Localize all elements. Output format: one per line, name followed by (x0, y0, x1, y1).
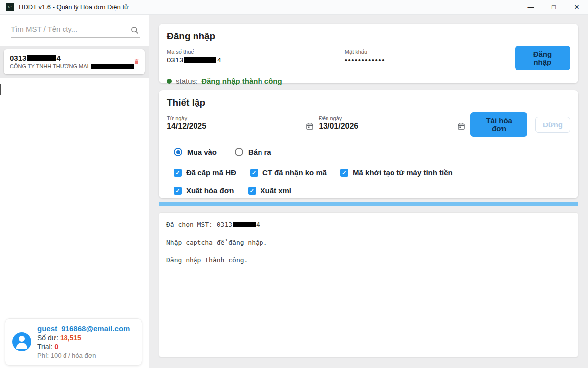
tax-code-field[interactable]: Mã số thuế 03134 (167, 49, 340, 67)
login-button[interactable]: Đăng nhập (515, 46, 570, 70)
checkbox-xuat-xml[interactable]: ✓ Xuất xml (248, 186, 292, 195)
from-date-field[interactable]: Từ ngày 14/12/2025 (167, 115, 313, 134)
invoice-direction-radios: Mua vào Bán ra (174, 148, 570, 156)
to-date-value: 13/01/2026 (319, 122, 358, 131)
log-line1-suffix: 4 (256, 221, 260, 228)
radio-selected-icon (174, 148, 182, 156)
log-line: Đăng nhập thành công. (166, 256, 571, 264)
balance-label: Số dư: (37, 334, 58, 342)
calendar-icon[interactable] (458, 123, 465, 130)
checkbox-checked-icon: ✓ (248, 187, 256, 195)
password-dots: •••••••••••• (345, 56, 515, 67)
status-label: status: (176, 77, 197, 85)
sidebar-scrollbar[interactable] (0, 84, 1, 95)
company-name-prefix: CÔNG TY TNHH THƯƠNG MẠI (10, 63, 89, 69)
from-date-value: 14/12/2025 (167, 122, 206, 131)
app-icon: >: (6, 3, 14, 11)
invoice-type-checkboxes: ✓ Đã cấp mã HĐ ✓ CT đã nhận ko mã ✓ Mã k… (174, 168, 570, 177)
account-trial-row: Trial: 0 (37, 343, 130, 351)
checkbox-xuat-hoa-don[interactable]: ✓ Xuất hóa đơn (174, 186, 234, 195)
checkbox-checked-icon: ✓ (174, 187, 182, 195)
minimize-button[interactable]: — (520, 0, 542, 15)
login-status-row: status: Đăng nhập thành công (167, 77, 570, 85)
app-window: >: HDDT v1.6 - Quản lý Hóa đơn Điện tử —… (0, 0, 588, 368)
progress-bar (159, 202, 578, 206)
window-title: HDDT v1.6 - Quản lý Hóa đơn Điện tử (19, 3, 129, 11)
checkbox-checked-icon: ✓ (340, 169, 348, 177)
titlebar: >: HDDT v1.6 - Quản lý Hóa đơn Điện tử —… (0, 0, 588, 15)
account-card: guest_916868@email.com Số dư: 18,515 Tri… (5, 318, 142, 366)
log-line: Nhập captcha để đăng nhập. (166, 239, 571, 246)
company-mst-prefix: 0313 (10, 54, 26, 62)
close-button[interactable]: × (565, 0, 588, 15)
checkbox-checked-icon: ✓ (174, 169, 182, 177)
status-value: Đăng nhập thành công (201, 77, 282, 85)
settings-title: Thiết lập (167, 97, 570, 108)
trial-label: Trial: (37, 343, 53, 351)
main-area: Đăng nhập Mã số thuế 03134 Mật khẩu ••••… (159, 15, 578, 357)
account-fee-row: Phí: 100 đ / hóa đơn (37, 352, 130, 359)
log-line1-prefix: Đã chọn MST: 0313 (166, 221, 232, 228)
balance-value: 18,515 (60, 334, 81, 342)
search-input[interactable] (11, 25, 130, 33)
export-checkboxes: ✓ Xuất hóa đơn ✓ Xuất xml (174, 186, 570, 195)
company-mst-suffix: 4 (56, 54, 60, 62)
sidebar: 03134 CÔNG TY TNHH THƯƠNG MẠI (0, 15, 149, 368)
checkbox-da-cap-ma-hd[interactable]: ✓ Đã cấp mã HĐ (174, 168, 236, 177)
fee-value: 100 đ / hóa đơn (51, 352, 96, 359)
search-field-wrap (11, 25, 140, 38)
login-panel: Đăng nhập Mã số thuế 03134 Mật khẩu ••••… (159, 24, 578, 83)
checkbox-checked-icon: ✓ (250, 169, 258, 177)
checkbox-ma-khoi-tao-tu-may-tinh-tien[interactable]: ✓ Mã khởi tạo từ máy tính tiền (340, 168, 453, 177)
redaction-box (91, 64, 134, 69)
account-email[interactable]: guest_916868@email.com (37, 324, 130, 333)
user-avatar-icon (12, 332, 31, 351)
log-output[interactable]: Đã chọn MST: 03134 Nhập captcha để đăng … (159, 212, 578, 357)
tax-code-prefix: 0313 (167, 56, 183, 64)
calendar-icon[interactable] (306, 123, 313, 130)
company-list: 03134 CÔNG TY TNHH THƯƠNG MẠI (0, 46, 149, 78)
company-list-item[interactable]: 03134 CÔNG TY TNHH THƯƠNG MẠI (4, 49, 145, 74)
checkbox-ct-da-nhan-ko-ma[interactable]: ✓ CT đã nhận ko mã (250, 168, 327, 177)
tax-code-label: Mã số thuế (167, 49, 340, 55)
redaction-box (184, 57, 216, 63)
password-field[interactable]: Mật khẩu •••••••••••• (345, 49, 515, 67)
redaction-box (27, 55, 56, 61)
tax-code-suffix: 4 (217, 56, 221, 64)
company-mst: 03134 (10, 54, 134, 62)
download-invoices-button[interactable]: Tải hóa đơn (470, 112, 527, 137)
to-date-field[interactable]: Đến ngày 13/01/2026 (319, 115, 465, 134)
radio-mua-vao[interactable]: Mua vào (174, 148, 217, 156)
log-line: Đã chọn MST: 03134 (166, 221, 571, 228)
to-date-label: Đến ngày (319, 115, 465, 121)
redaction-box (233, 222, 256, 227)
password-label: Mật khẩu (345, 49, 515, 55)
account-balance-row: Số dư: 18,515 (37, 334, 130, 342)
fee-label: Phí: (37, 352, 49, 359)
delete-company-icon[interactable] (134, 57, 139, 66)
login-title: Đăng nhập (167, 31, 570, 42)
trial-value: 0 (54, 343, 58, 351)
maximize-button[interactable]: □ (542, 0, 565, 15)
from-date-label: Từ ngày (167, 115, 313, 121)
search-icon (131, 26, 139, 34)
settings-panel: Thiết lập Từ ngày 14/12/2025 (159, 90, 578, 198)
status-dot-icon (167, 79, 172, 84)
radio-unselected-icon (235, 148, 243, 156)
radio-ban-ra[interactable]: Bán ra (235, 148, 271, 156)
stop-button[interactable]: Dừng (535, 117, 570, 133)
company-name: CÔNG TY TNHH THƯƠNG MẠI (10, 63, 134, 69)
